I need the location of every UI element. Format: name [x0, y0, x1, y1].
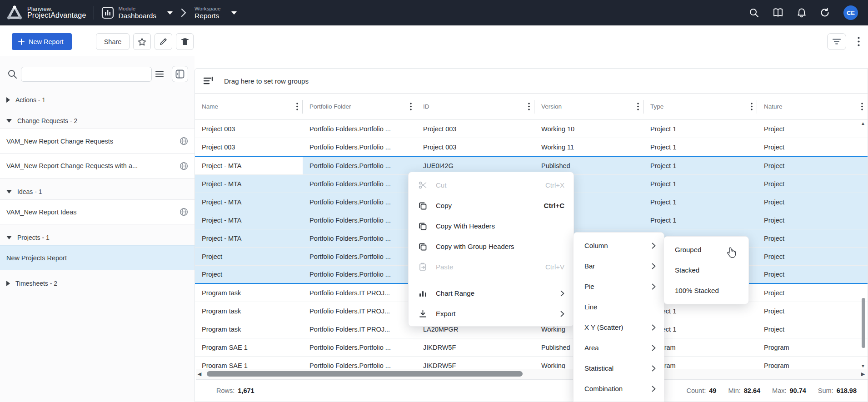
count-value: 49	[709, 387, 716, 394]
scissors-icon	[418, 181, 428, 189]
submenu-item-statistical[interactable]: Statistical	[574, 358, 664, 378]
brand[interactable]: Planview. ProjectAdvantage	[0, 5, 86, 20]
horizontal-scrollbar[interactable]: ◀ ▶	[196, 369, 867, 379]
submenu-chevron-icon	[652, 365, 656, 372]
vertical-scrollbar-thumb[interactable]	[862, 298, 865, 348]
workspace-label: Workspace	[195, 6, 220, 12]
scroll-right-icon[interactable]: ▶	[859, 371, 867, 377]
workspace-value: Reports	[195, 12, 220, 20]
module-caret-down-icon	[167, 11, 173, 15]
sidebar-item-vam-change-requests[interactable]: VAM_New Report Change Requests	[0, 129, 195, 154]
scroll-left-icon[interactable]: ◀	[196, 371, 203, 377]
sidebar-section-projects[interactable]: Projects - 1	[0, 230, 195, 245]
submenu-item-area[interactable]: Area	[574, 337, 664, 358]
submenu-item-line[interactable]: Line	[574, 297, 664, 317]
copy-icon	[418, 202, 428, 210]
submenu-chevron-icon	[652, 324, 656, 331]
new-report-button[interactable]: New Report	[12, 33, 72, 50]
sidebar-menu-lines-icon[interactable]	[155, 69, 164, 79]
horizontal-scrollbar-thumb[interactable]	[207, 371, 523, 377]
column-header-id[interactable]: ID	[416, 94, 534, 119]
row-group-drop-zone[interactable]: Drag here to set row groups	[195, 69, 868, 94]
module-switcher[interactable]: Module Dashboards	[101, 6, 173, 20]
help-book-icon[interactable]	[773, 8, 783, 18]
menu-item-cut: Cut Ctrl+X	[409, 175, 574, 195]
sidebar-section-timesheets[interactable]: Timesheets - 2	[0, 276, 195, 291]
collapse-panel-button[interactable]	[172, 66, 188, 82]
submenu-item-column[interactable]: Column	[574, 235, 664, 256]
globe-icon	[180, 162, 188, 170]
workspace-caret-down-icon	[231, 11, 237, 15]
user-avatar[interactable]: CE	[843, 5, 858, 20]
submenu-item-combination[interactable]: Combination	[574, 378, 664, 399]
filter-button[interactable]	[827, 33, 846, 50]
table-row[interactable]: Project 003Portfolio Folders.Portfolio .…	[195, 138, 868, 156]
column-menu-kebab-icon[interactable]	[296, 103, 298, 110]
column-header-version[interactable]: Version	[534, 94, 644, 119]
column-menu-kebab-icon[interactable]	[751, 103, 753, 110]
column-header-type[interactable]: Type	[644, 94, 757, 119]
submenu-item-bar[interactable]: Bar	[574, 256, 664, 276]
breadcrumb-chevron-icon	[181, 8, 186, 17]
reports-sidebar: Actions - 1 Change Requests - 2 VAM_New …	[0, 56, 195, 402]
scroll-down-icon[interactable]: ▼	[861, 363, 865, 368]
refresh-icon[interactable]	[820, 8, 830, 18]
submenu-chevron-icon	[652, 283, 656, 290]
scroll-up-icon[interactable]: ▲	[861, 121, 865, 126]
paste-icon	[418, 263, 428, 271]
module-dashboards-icon	[101, 6, 114, 19]
table-row[interactable]: Program SAE 1Portfolio Folders.Portfolio…	[195, 357, 868, 368]
submenu-item-stacked[interactable]: Stacked	[664, 260, 748, 280]
column-header-portfolio-folder[interactable]: Portfolio Folder	[303, 94, 416, 119]
submenu-item-pie[interactable]: Pie	[574, 276, 664, 297]
edit-pencil-button[interactable]	[155, 33, 172, 50]
max-label: Max:	[772, 387, 786, 394]
column-menu-kebab-icon[interactable]	[528, 103, 530, 110]
table-row[interactable]: Project 003Portfolio Folders.Portfolio .…	[195, 120, 868, 138]
menu-item-chart-range[interactable]: Chart Range	[409, 283, 574, 303]
copy-icon	[418, 243, 428, 251]
search-icon[interactable]	[749, 8, 759, 18]
grid-status-bar: Rows: 1,671 Count:49 Min:82.64 Max:90.74…	[196, 379, 868, 402]
submenu-item-xy-scatter[interactable]: X Y (Scatter)	[574, 317, 664, 337]
favorite-star-button[interactable]	[133, 33, 151, 50]
menu-item-copy[interactable]: Copy Ctrl+C	[409, 195, 574, 216]
globe-icon	[180, 137, 188, 145]
app-window: Planview. ProjectAdvantage Module Dashbo…	[0, 0, 868, 402]
globe-icon	[180, 208, 188, 216]
delete-trash-button[interactable]	[176, 33, 194, 50]
submenu-item-100-stacked[interactable]: 100% Stacked	[664, 280, 748, 301]
sidebar-item-new-projects-report[interactable]: New Projects Report	[0, 245, 195, 270]
menu-item-copy-with-headers[interactable]: Copy With Headers	[409, 216, 574, 236]
sidebar-section-ideas[interactable]: Ideas - 1	[0, 184, 195, 199]
report-toolbar: New Report Share	[0, 25, 868, 56]
rows-count-value: 1,671	[238, 387, 254, 394]
menu-item-paste: Paste Ctrl+V	[409, 257, 574, 277]
column-header-name[interactable]: Name	[195, 94, 303, 119]
sidebar-item-vam-change-requests-with[interactable]: VAM_New Report Change Requests with a...	[0, 154, 195, 179]
sidebar-item-vam-ideas[interactable]: VAM_New Report Ideas	[0, 199, 195, 224]
chart-bars-icon	[418, 289, 428, 297]
nav-divider	[94, 6, 94, 20]
notifications-bell-icon[interactable]	[797, 8, 806, 18]
column-header-nature[interactable]: Nature	[757, 94, 868, 119]
sidebar-section-change-requests[interactable]: Change Requests - 2	[0, 113, 195, 129]
column-menu-kebab-icon[interactable]	[861, 103, 863, 110]
toolbar-kebab-icon[interactable]	[853, 35, 864, 48]
column-menu-kebab-icon[interactable]	[637, 103, 639, 110]
top-navbar: Planview. ProjectAdvantage Module Dashbo…	[0, 0, 868, 25]
sidebar-search-input[interactable]	[21, 67, 152, 82]
context-menu: Cut Ctrl+X Copy Ctrl+C Copy With Headers…	[408, 172, 574, 327]
menu-item-copy-with-group-headers[interactable]: Copy with Group Headers	[409, 236, 574, 257]
sum-value: 618.98	[837, 387, 857, 394]
submenu-item-grouped[interactable]: Grouped	[664, 239, 748, 260]
menu-item-export[interactable]: Export	[409, 303, 574, 324]
table-row[interactable]: Program SAE 1Portfolio Folders.Portfolio…	[195, 338, 868, 357]
workspace-switcher[interactable]: Workspace Reports	[195, 6, 237, 20]
column-menu-kebab-icon[interactable]	[410, 103, 412, 110]
share-button[interactable]: Share	[96, 33, 130, 50]
sidebar-section-actions[interactable]: Actions - 1	[0, 92, 195, 108]
max-value: 90.74	[790, 387, 806, 394]
vertical-scrollbar[interactable]: ▲ ▼	[860, 121, 867, 368]
sidebar-search-icon	[7, 69, 17, 79]
